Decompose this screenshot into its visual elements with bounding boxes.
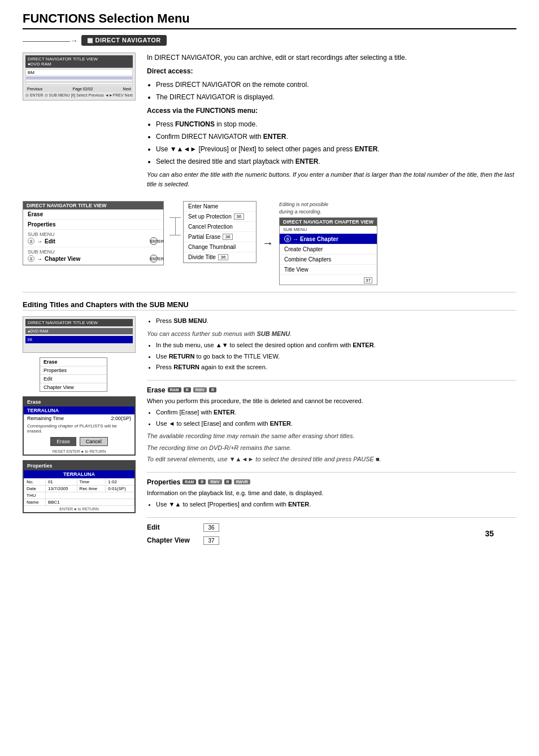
chapter-ref: 37 [364, 277, 372, 283]
badge-ram: RAM [168, 387, 181, 392]
badge-rwv: RWV [193, 387, 207, 392]
direct-nav-header: ——————→ ▦DIRECT NAVIGATOR [23, 35, 516, 46]
props-table: No.01Time1:02 Date13/7/2005Rec time0:01(… [24, 478, 134, 506]
arrow-icon: ——————→ [23, 36, 78, 45]
editing-steps-section: Press SUB MENU. You can access further s… [147, 316, 516, 372]
erase-section: Erase RAM R RWV R When you perform this … [147, 386, 516, 464]
title-view-box: DIRECT NAVIGATOR TITLE VIEW Erase Proper… [23, 201, 164, 265]
submenu-item-erase: Erase [40, 358, 107, 366]
list-item: Use ▼▲ to select [Properties] and confir… [156, 500, 516, 509]
chapter-item-combine: Combine Chapters [280, 255, 377, 265]
submenu-item-properties: Properties [40, 366, 107, 375]
connect-arrow: → [262, 237, 273, 250]
erase-note-2: The recording time on DVD-R/+R remains t… [147, 443, 516, 453]
chapter-view-header: DIRECT NAVIGATOR CHAPTER VIEW [280, 218, 377, 226]
chapter-view-row: Chapter View 37 [147, 536, 516, 545]
chapter-sub-label: SUB MENU [280, 226, 377, 234]
menu-item-enter-name: Enter Name [184, 202, 256, 212]
erase-note-1: The available recording time may remain … [147, 431, 516, 441]
submenu-overlay: Erase Properties Edit Chapter View [40, 357, 107, 392]
title-view-row-chapter: SUB MENU S → Chapter View ENTER [23, 247, 163, 265]
erase-steps: Confirm [Erase] with ENTER. Use ◄ to sel… [156, 408, 516, 428]
erase-dialog-controls: RESET ENTER◄ to RETURN [24, 448, 134, 455]
direct-nav-badge: ▦DIRECT NAVIGATOR [81, 35, 167, 46]
erase-remaining-row: Remaining Time 2:00(SP) [24, 414, 134, 422]
italic-desc: You can access further sub menus with SU… [147, 329, 516, 339]
list-item: Use ◄ to select [Erase] and confirm with… [156, 419, 516, 429]
erase-dialog-title: Erase [24, 397, 134, 407]
list-item: Press RETURN again to exit the screen. [156, 362, 516, 372]
title-view-submenu-mockup: DIRECT NAVIGATOR TITLE VIEW ●DVD RAM 38 [23, 316, 136, 353]
mock-subtitle: ●DVD RAM [25, 328, 133, 334]
title-view-row-erase: Erase [23, 209, 163, 220]
title-view-row-edit: SUB MENU S → Edit ENTER [23, 230, 163, 247]
chapter-item-create: Create Chapter [280, 244, 377, 255]
menu-item-change-thumbnail: Change Thumbnail [184, 242, 256, 252]
cancel-button[interactable]: Cancel [80, 437, 108, 446]
list-item: In the sub menu, use ▲▼ to select the de… [156, 340, 516, 350]
chapter-item-title-view: Title View [280, 265, 377, 275]
table-row: NameBBC1 [24, 499, 134, 506]
edit-label: Edit [147, 523, 198, 531]
tv-row [25, 77, 133, 79]
left-screenshots: DIRECT NAVIGATOR TITLE VIEW ●DVD RAM 38 … [23, 316, 136, 549]
list-item: Use ▼▲◄► [Previous] or [Next] to select … [156, 144, 516, 154]
erase-dialog-buttons: Erase Cancel [24, 435, 134, 448]
list-item: Press FUNCTIONS in stop mode. [156, 119, 516, 129]
properties-section: Properties RAM R RWV R RWVR Information … [147, 478, 516, 509]
table-row: Date13/7/2005Rec time0:01(SP) [24, 486, 134, 492]
italic-note: You can also enter the title with the nu… [147, 170, 516, 189]
list-item: Press SUB MENU. [156, 316, 516, 326]
list-item: Press DIRECT NAVIGATOR on the remote con… [156, 80, 516, 90]
chapter-view-box: DIRECT NAVIGATOR CHAPTER VIEW SUB MENU S… [279, 217, 377, 285]
side-note: Editing is not possible during a recordi… [279, 201, 336, 215]
submenu-item-edit: Edit [40, 375, 107, 383]
erase-button[interactable]: Erase [50, 437, 76, 446]
tv-row [25, 80, 133, 82]
chapter-item-erase: S→Erase Chapter [280, 234, 377, 244]
erase-note-3: To edit several elements, use ▼▲◄► to se… [147, 455, 516, 464]
menu-item-partial-erase: Partial Erase 36 [184, 232, 256, 242]
page-title: FUNCTIONS Selection Menu [23, 11, 516, 29]
properties-steps: Use ▼▲ to select [Properties] and confir… [156, 500, 516, 509]
erase-dialog-note: Corresponding chapter of PLAYLISTS will … [24, 422, 134, 435]
right-content: In DIRECT NAVIGATOR, you can archive, ed… [147, 53, 516, 192]
menu-item-cancel-protection: Cancel Protection [184, 222, 256, 232]
title-view-header: DIRECT NAVIGATOR TITLE VIEW [23, 202, 163, 209]
functions-menu-list: Press FUNCTIONS in stop mode. Confirm DI… [156, 119, 516, 167]
properties-title: Properties RAM R RWV R RWVR [147, 478, 516, 486]
table-row: No.01Time1:02 [24, 479, 134, 486]
badge-r2: R [209, 387, 216, 392]
erase-dialog-name: TERRALUNA [24, 407, 134, 414]
direct-access-label: Direct access: [147, 66, 516, 76]
badge-rwvr: RWVR [234, 479, 250, 484]
tv-footer: Previous Page 02/02 Next [25, 86, 133, 92]
chapter-view-ref: 37 [203, 536, 219, 545]
props-dialog-controls: ENTER◄ to RETURN [24, 506, 134, 512]
badge-r: R [198, 479, 206, 484]
props-dialog-name: TERRALUNA [24, 470, 134, 478]
list-item: Confirm DIRECT NAVIGATOR with ENTER. [156, 132, 516, 142]
mock-row: 38 [25, 336, 133, 343]
list-item: Confirm [Erase] with ENTER. [156, 408, 516, 417]
erase-dialog: Erase TERRALUNA Remaining Time 2:00(SP) … [23, 396, 136, 456]
top-section: DIRECT NAVIGATOR TITLE VIEW ●DVD RAM BM … [23, 53, 516, 192]
diagram-area: DIRECT NAVIGATOR TITLE VIEW Erase Proper… [23, 201, 516, 285]
list-item: Select the desired title and start playb… [156, 156, 516, 167]
properties-intro: Information on the playback list, e.g. t… [147, 488, 516, 498]
bottom-section: DIRECT NAVIGATOR TITLE VIEW ●DVD RAM 38 … [23, 316, 516, 549]
submenu-item-chapter-view: Chapter View [40, 383, 107, 391]
tv-row: BM [25, 69, 133, 76]
page-number: 35 [485, 529, 494, 538]
right-descriptions: Press SUB MENU. You can access further s… [147, 316, 516, 549]
mock-row [25, 348, 133, 350]
flyout-menu: Enter Name Set up Protection 36 Cancel P… [183, 201, 257, 263]
list-item: Use RETURN to go back to the TITLE VIEW. [156, 352, 516, 361]
erase-intro: When you perform this procedure, the tit… [147, 396, 516, 406]
tv-mockup-left: DIRECT NAVIGATOR TITLE VIEW ●DVD RAM BM … [23, 53, 136, 192]
erase-title: Erase RAM R RWV R [147, 386, 516, 394]
list-item: The DIRECT NAVIGATOR is displayed. [156, 92, 516, 102]
functions-menu-label: Access via the FUNCTIONS menu: [147, 106, 516, 116]
flyout-group: Enter Name Set up Protection 36 Cancel P… [169, 201, 257, 263]
table-row: THU [24, 492, 134, 499]
